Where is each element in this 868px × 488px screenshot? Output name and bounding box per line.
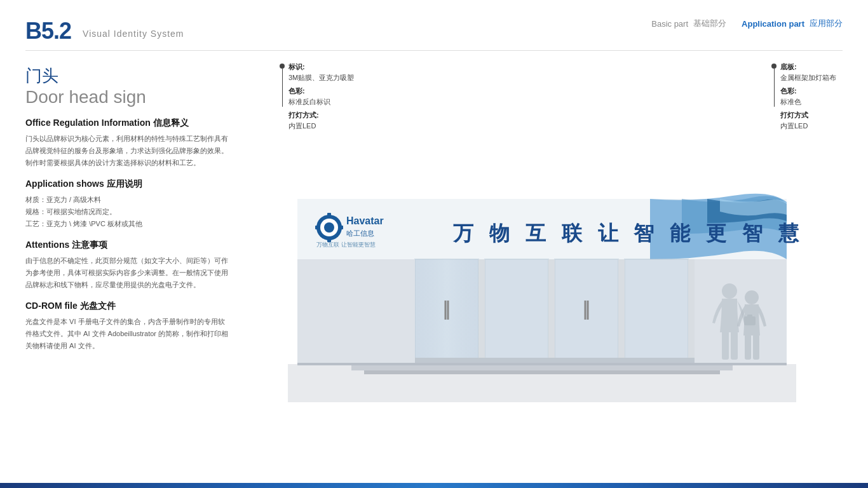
svg-rect-20 — [555, 259, 618, 361]
svg-rect-39 — [351, 365, 733, 370]
bottom-accent-bar — [0, 483, 868, 488]
section-2-title: Application shows 应用说明 — [25, 179, 229, 190]
svg-text:哈工信息: 哈工信息 — [346, 229, 374, 237]
svg-rect-37 — [753, 334, 759, 360]
svg-rect-36 — [745, 334, 751, 360]
svg-rect-7 — [327, 213, 331, 218]
section-3-body: 由于信息的不确定性，此页部分规范（如文字大小、间距等）可作为参考使用，具体可根据… — [25, 255, 229, 290]
svg-rect-24 — [478, 259, 485, 364]
svg-text:Havatar: Havatar — [346, 215, 384, 226]
svg-rect-26 — [618, 259, 625, 364]
ann-left-label2: 色彩: — [288, 86, 354, 96]
nav-basic-en: Basic part — [651, 19, 688, 29]
header: B5.2 Visual Identity System Basic part 基… — [0, 0, 868, 51]
header-divider — [25, 50, 843, 51]
ann-right-label2: 色彩: — [780, 86, 836, 96]
svg-rect-31 — [722, 331, 729, 360]
svg-rect-38 — [297, 363, 787, 365]
section-4-body: 光盘文件是本 VI 手册电子文件的集合，内含手册制作时的专用软件格式文件。其中 … — [25, 316, 229, 351]
svg-rect-29 — [695, 259, 787, 364]
svg-rect-23 — [625, 259, 688, 361]
page-title-en: Door head sign — [25, 87, 229, 107]
svg-point-6 — [324, 222, 334, 233]
page-subtitle: Visual Identity System — [83, 29, 184, 39]
section-1-body: 门头以品牌标识为核心元素，利用材料的特性与特殊工艺制作具有品牌视觉特征的服务台及… — [25, 133, 229, 168]
ann-right-label3: 打灯方式 — [780, 111, 836, 120]
svg-rect-41 — [415, 358, 695, 363]
svg-point-30 — [722, 283, 737, 299]
annotation-left: 标识: 3M贴膜、亚克力吸塑 色彩: 标准反白标识 打灯方式: 内置LED — [280, 62, 354, 131]
right-panel: 标识: 3M贴膜、亚克力吸塑 色彩: 标准反白标识 打灯方式: 内置LED — [241, 62, 843, 488]
svg-rect-10 — [338, 226, 343, 229]
svg-text:万物互联  让智能更智慧: 万物互联 让智能更智慧 — [316, 241, 376, 248]
nav-app-en: Application part — [742, 19, 804, 29]
nav-bar: Basic part 基础部分 Application part 应用部分 — [651, 18, 843, 29]
svg-rect-16 — [415, 259, 478, 361]
svg-rect-27 — [688, 259, 695, 364]
svg-rect-9 — [315, 226, 320, 229]
ann-right-val2: 标准色 — [780, 97, 836, 107]
left-panel: 门头 Door head sign Office Regulation Info… — [25, 62, 241, 488]
svg-rect-40 — [364, 370, 720, 374]
svg-text:万 物 互 联   让 智 能 更 智 慧: 万 物 互 联 让 智 能 更 智 慧 — [452, 222, 804, 245]
page-code: B5.2 — [25, 18, 71, 44]
page-title-cn: 门头 — [25, 66, 229, 86]
section-2-body: 材质：亚克力 / 高级木料 规格：可根据实地情况而定。 工艺：亚克力 \ 烤漆 … — [25, 194, 229, 229]
ann-right-label1: 底板: — [780, 62, 836, 72]
ann-left-val1: 3M贴膜、亚克力吸塑 — [288, 73, 354, 83]
main-content: 门头 Door head sign Office Regulation Info… — [0, 62, 868, 488]
annotation-right: 底板: 金属框架加灯箱布 色彩: 标准色 打灯方式 内置LED — [771, 62, 836, 131]
nav-basic-cn: 基础部分 — [693, 18, 726, 29]
svg-rect-25 — [548, 259, 555, 364]
section-1-title: Office Regulation Information 信息释义 — [25, 118, 229, 129]
section-3-title: Attentions 注意事项 — [25, 240, 229, 251]
svg-point-35 — [745, 290, 759, 304]
ann-right-val1: 金属框架加灯箱布 — [780, 73, 836, 83]
svg-rect-19 — [485, 259, 548, 361]
nav-app-cn: 应用部分 — [810, 18, 843, 29]
section-4-title: CD-ROM file 光盘文件 — [25, 301, 229, 312]
ann-left-val2: 标准反白标识 — [288, 97, 354, 107]
building-visualization: Havatar 哈工信息 万物互联 让智能更智慧 万 物 互 联 让 智 能 更… — [241, 129, 843, 396]
ann-left-label3: 打灯方式: — [288, 111, 354, 120]
ann-left-label1: 标识: — [288, 62, 354, 72]
svg-rect-28 — [297, 259, 415, 364]
svg-rect-32 — [731, 331, 738, 360]
